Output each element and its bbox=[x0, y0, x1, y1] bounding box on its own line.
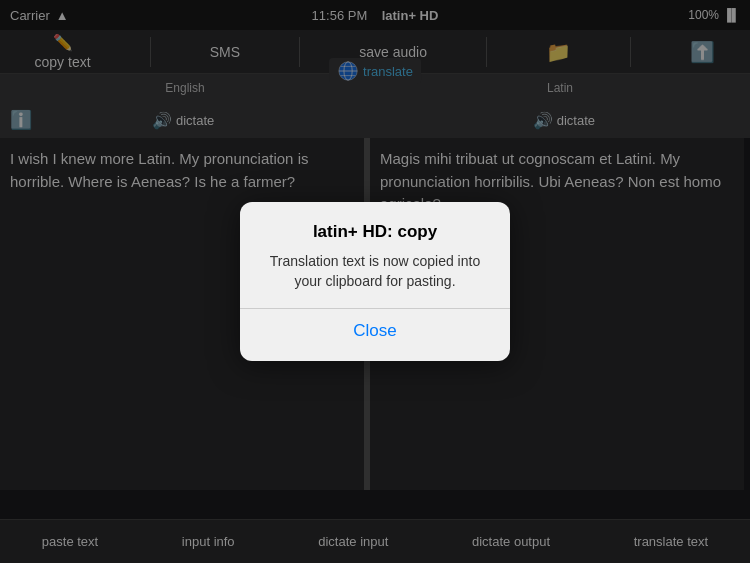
modal-body: Translation text is now copied into your… bbox=[260, 252, 490, 291]
modal-overlay: latin+ HD: copy Translation text is now … bbox=[0, 0, 750, 563]
modal-close-button[interactable]: Close bbox=[260, 309, 490, 341]
copy-modal: latin+ HD: copy Translation text is now … bbox=[240, 202, 510, 360]
modal-title: latin+ HD: copy bbox=[260, 222, 490, 242]
